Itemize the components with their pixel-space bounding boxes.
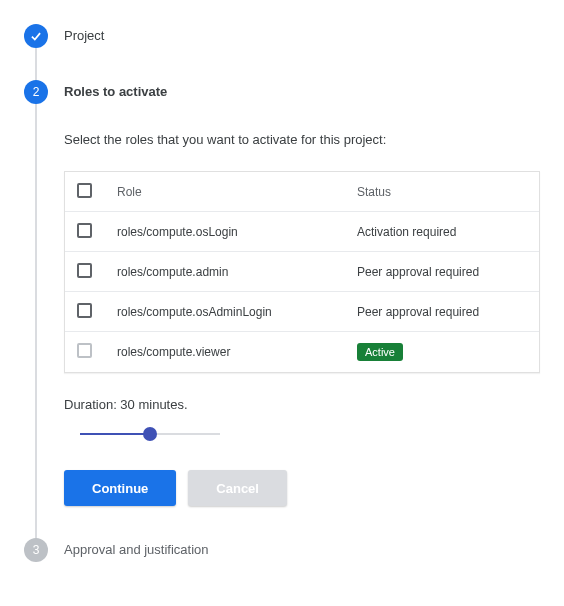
checkbox-cell — [77, 343, 117, 361]
step3-indicator: 3 — [24, 538, 48, 562]
table-row: roles/compute.osAdminLoginPeer approval … — [65, 292, 539, 332]
checkbox-cell — [77, 303, 117, 321]
slider-thumb[interactable] — [143, 427, 157, 441]
role-cell: roles/compute.viewer — [117, 345, 357, 359]
step-project: Project — [24, 24, 540, 80]
cancel-button[interactable]: Cancel — [188, 470, 287, 506]
duration-label: Duration: 30 minutes. — [64, 397, 540, 412]
step1-indicator — [24, 24, 48, 48]
slider-fill — [80, 433, 150, 435]
row-checkbox — [77, 343, 92, 358]
row-checkbox[interactable] — [77, 263, 92, 278]
step2-body: Select the roles that you want to activa… — [64, 104, 540, 506]
stepper: Project 2 Roles to activate Select the r… — [24, 24, 540, 562]
step-approval: 3 Approval and justification — [24, 538, 540, 562]
status-badge: Active — [357, 343, 403, 361]
role-cell: roles/compute.osLogin — [117, 225, 357, 239]
step3-title: Approval and justification — [64, 538, 540, 562]
header-role: Role — [117, 185, 357, 199]
status-cell: Active — [357, 343, 527, 361]
status-cell: Peer approval required — [357, 265, 527, 279]
row-checkbox[interactable] — [77, 223, 92, 238]
roles-table: Role Status roles/compute.osLoginActivat… — [64, 171, 540, 373]
step-roles: 2 Roles to activate Select the roles tha… — [24, 80, 540, 538]
role-cell: roles/compute.admin — [117, 265, 357, 279]
step1-title: Project — [64, 24, 540, 48]
table-row: roles/compute.adminPeer approval require… — [65, 252, 539, 292]
checkbox-cell — [77, 263, 117, 281]
row-checkbox[interactable] — [77, 303, 92, 318]
checkbox-cell — [77, 223, 117, 241]
header-status: Status — [357, 185, 527, 199]
continue-button[interactable]: Continue — [64, 470, 176, 506]
header-checkbox-cell — [77, 183, 117, 201]
instruction-text: Select the roles that you want to activa… — [64, 132, 540, 147]
step2-title: Roles to activate — [64, 80, 540, 104]
check-icon — [29, 29, 43, 43]
table-row: roles/compute.viewerActive — [65, 332, 539, 372]
status-cell: Activation required — [357, 225, 527, 239]
role-cell: roles/compute.osAdminLogin — [117, 305, 357, 319]
table-row: roles/compute.osLoginActivation required — [65, 212, 539, 252]
step2-indicator: 2 — [24, 80, 48, 104]
status-cell: Peer approval required — [357, 305, 527, 319]
select-all-checkbox[interactable] — [77, 183, 92, 198]
step-connector — [35, 104, 37, 562]
duration-section: Duration: 30 minutes. — [64, 397, 540, 442]
table-header-row: Role Status — [65, 172, 539, 212]
button-row: Continue Cancel — [64, 470, 540, 506]
duration-slider[interactable] — [80, 426, 220, 442]
